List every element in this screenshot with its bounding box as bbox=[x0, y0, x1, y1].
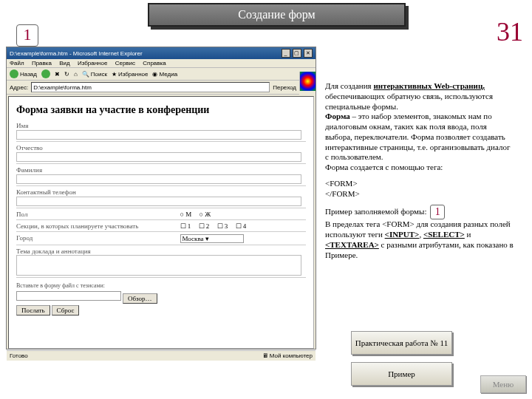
address-bar: Адрес: Переход bbox=[7, 81, 299, 95]
practice-button[interactable]: Практическая работа № 11 bbox=[351, 331, 452, 355]
label-city: Город bbox=[16, 234, 176, 242]
home-icon[interactable]: ⌂ bbox=[74, 71, 78, 78]
menu-file[interactable]: Файл bbox=[10, 60, 24, 66]
label-patronymic: Отчество bbox=[16, 144, 306, 151]
form-heading: Форма заявки на участие в конференции bbox=[16, 104, 306, 116]
status-right: 🖥 Мой компьютер bbox=[262, 352, 313, 359]
window-buttons: _ ▢ ✕ bbox=[281, 49, 313, 58]
menu-view[interactable]: Вид bbox=[59, 60, 69, 66]
section-checks[interactable]: ☐ 1 ☐ 2 ☐ 3 ☐ 4 bbox=[180, 222, 296, 230]
refresh-icon[interactable]: ↻ bbox=[64, 71, 69, 78]
menu-favorites[interactable]: Избранное bbox=[78, 60, 108, 66]
browse-button[interactable]: Обзор… bbox=[123, 293, 157, 304]
statusbar: Готово 🖥 Мой компьютер bbox=[7, 350, 316, 361]
example-ref-badge: 1 bbox=[430, 205, 445, 219]
menubar: Файл Правка Вид Избранное Сервис Справка bbox=[7, 59, 316, 68]
input-name[interactable] bbox=[16, 130, 301, 140]
topic-textarea[interactable] bbox=[16, 255, 301, 276]
example-button[interactable]: Пример bbox=[351, 362, 452, 386]
favorites-button[interactable]: ★Избранное bbox=[112, 71, 149, 78]
label-topic: Тема доклада и аннотация bbox=[16, 248, 306, 255]
slide-title: Создание форм bbox=[148, 3, 406, 27]
stop-icon[interactable]: ✖ bbox=[55, 71, 60, 78]
menu-button[interactable]: Меню bbox=[480, 375, 526, 393]
file-hint: Вставьте в форму файл с тезисами: bbox=[16, 282, 306, 289]
search-button[interactable]: 🔍Поиск bbox=[82, 71, 107, 78]
explanation-text: Для создания интерактивных Web-страниц, … bbox=[325, 81, 516, 260]
input-surname[interactable] bbox=[16, 174, 301, 184]
forward-icon[interactable] bbox=[41, 69, 50, 78]
city-select[interactable]: Москва ▾ bbox=[180, 234, 244, 243]
menu-help[interactable]: Справка bbox=[143, 60, 166, 66]
menu-tools[interactable]: Сервис bbox=[115, 60, 135, 66]
media-button[interactable]: ◉Медиа bbox=[152, 71, 177, 78]
label-surname: Фамилия bbox=[16, 166, 306, 174]
label-phone: Контактный телефон bbox=[16, 188, 306, 196]
maximize-icon[interactable]: ▢ bbox=[293, 49, 301, 58]
close-icon[interactable]: ✕ bbox=[304, 49, 313, 58]
page-number: 31 bbox=[497, 16, 523, 47]
figure-badge: 1 bbox=[16, 24, 38, 47]
gender-radios[interactable]: ○ М ○ Ж bbox=[180, 211, 296, 218]
radio-m-label: М bbox=[185, 211, 191, 218]
back-icon bbox=[10, 69, 18, 78]
titlebar: D:\example\forma.htm - Microsoft Interne… bbox=[7, 47, 316, 59]
go-button[interactable]: Переход bbox=[273, 84, 296, 91]
minimize-icon[interactable]: _ bbox=[282, 49, 290, 58]
window-title: D:\example\forma.htm - Microsoft Interne… bbox=[10, 50, 143, 57]
reset-button[interactable]: Сброс bbox=[52, 305, 80, 316]
toolbar: Назад ✖ ↻ ⌂ 🔍Поиск ★Избранное ◉Медиа bbox=[7, 68, 299, 81]
label-sections: Секции, в которых планируете участвовать bbox=[16, 222, 176, 230]
status-left: Готово bbox=[10, 352, 28, 359]
radio-f-label: Ж bbox=[205, 211, 211, 218]
label-name: Имя bbox=[16, 122, 306, 129]
page-content: Форма заявки на участие в конференции Им… bbox=[8, 96, 314, 349]
browser-window: D:\example\forma.htm - Microsoft Interne… bbox=[6, 47, 316, 349]
label-gender: Пол bbox=[16, 211, 176, 218]
address-label: Адрес: bbox=[10, 84, 28, 91]
input-patronymic[interactable] bbox=[16, 152, 301, 162]
back-button[interactable]: Назад bbox=[10, 69, 37, 78]
input-phone[interactable] bbox=[16, 197, 301, 206]
file-input[interactable] bbox=[16, 291, 121, 301]
ie-logo-icon bbox=[299, 72, 316, 91]
address-input[interactable] bbox=[31, 82, 270, 92]
menu-edit[interactable]: Правка bbox=[32, 60, 52, 66]
submit-button[interactable]: Послать bbox=[16, 305, 50, 316]
